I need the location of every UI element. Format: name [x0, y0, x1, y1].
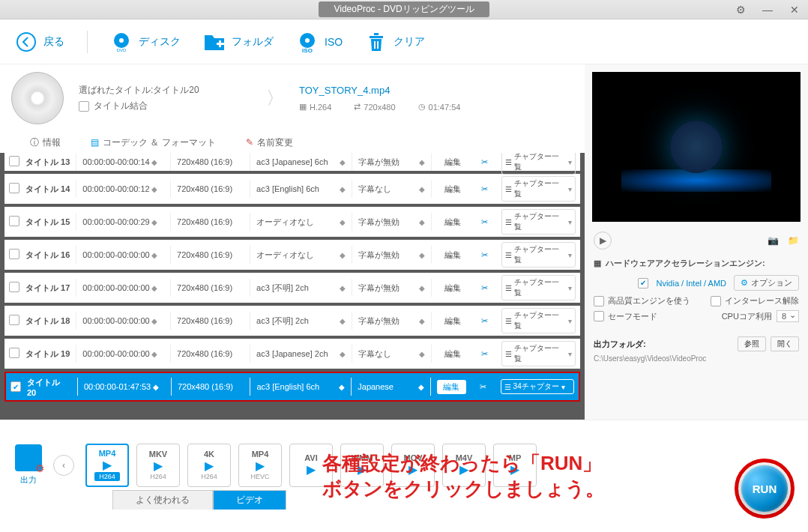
row-checkbox[interactable] — [9, 216, 19, 226]
row-checkbox[interactable] — [10, 381, 21, 392]
format-card[interactable]: MP4▶HEVC — [238, 444, 282, 487]
cpu-cores-select[interactable]: 8 — [777, 310, 799, 322]
scissors-icon[interactable]: ✂ — [473, 217, 495, 227]
scissors-icon[interactable]: ✂ — [473, 316, 495, 326]
safe-checkbox[interactable]: セーフモード — [594, 310, 657, 322]
open-button[interactable]: 開く — [771, 336, 799, 351]
scissors-icon[interactable]: ✂ — [473, 283, 495, 293]
row-audio-select[interactable]: ac3 [不明] 2ch◆ — [256, 315, 346, 327]
row-chapter-button[interactable]: ☰チャプター一覧▾ — [501, 209, 576, 235]
row-edit-button[interactable]: 編集 — [438, 157, 468, 168]
row-subtitle-select[interactable]: 字幕なし◆ — [358, 348, 425, 360]
format-card[interactable]: MP▶ — [493, 444, 537, 487]
output-settings-icon[interactable] — [15, 444, 42, 471]
row-edit-button[interactable]: 編集 — [438, 184, 468, 195]
tab-video[interactable]: ビデオ — [213, 490, 286, 510]
row-audio-select[interactable]: ac3 [English] 6ch◆ — [256, 382, 345, 391]
browse-button[interactable]: 参照 — [738, 336, 766, 351]
options-button[interactable]: ⚙オプション — [734, 275, 799, 291]
hq-checkbox[interactable]: 高品質エンジンを使う — [594, 295, 690, 306]
title-row[interactable]: タイトル 14 00:00:00-00:00:12 ◆ 720x480 (16:… — [4, 174, 580, 204]
row-chapter-button[interactable]: ☰34チャプター▾ — [501, 379, 574, 394]
run-button[interactable]: RUN — [735, 459, 795, 519]
scissors-icon[interactable]: ✂ — [473, 349, 495, 359]
format-card[interactable]: MOV▶ — [391, 444, 435, 487]
title-row[interactable]: タイトル 17 00:00:00-00:00:00 ◆ 720x480 (16:… — [4, 273, 580, 303]
tab-frequent[interactable]: よく使われる — [112, 490, 213, 510]
gpu-checkbox[interactable] — [638, 278, 648, 288]
play-button[interactable]: ▶ — [594, 232, 612, 250]
row-edit-button[interactable]: 編集 — [438, 348, 468, 360]
row-chapter-button[interactable]: ☰チャプター一覧▾ — [501, 176, 576, 202]
row-subtitle-select[interactable]: 字幕が無効◆ — [358, 315, 425, 327]
row-checkbox[interactable] — [9, 282, 19, 292]
format-card[interactable]: AVI▶ — [289, 444, 333, 487]
row-edit-button[interactable]: 編集 — [437, 380, 466, 394]
row-subtitle-select[interactable]: Japanese◆ — [358, 382, 423, 391]
title-row[interactable]: タイトル 13 00:00:00-00:00:14 ◆ 720x480 (16:… — [4, 153, 580, 171]
row-edit-button[interactable]: 編集 — [438, 250, 468, 261]
row-subtitle-select[interactable]: 字幕が無効◆ — [358, 157, 425, 168]
svg-text:DVD: DVD — [117, 48, 127, 52]
disk-button[interactable]: DVD ディスク — [110, 31, 181, 53]
row-subtitle-select[interactable]: 字幕が無効◆ — [358, 282, 425, 294]
row-audio-select[interactable]: オーディオなし◆ — [256, 217, 346, 228]
tab-codec[interactable]: ▤コーデック ＆ フォーマット — [91, 136, 216, 149]
open-folder-icon[interactable]: 📁 — [788, 235, 799, 246]
deint-checkbox[interactable]: インターレース解除 — [711, 295, 799, 306]
format-card[interactable]: MP4▶H264 — [85, 444, 129, 487]
row-chapter-button[interactable]: ☰チャプター一覧▾ — [501, 153, 576, 175]
format-card[interactable]: M4V▶ — [442, 444, 486, 487]
row-checkbox[interactable] — [9, 249, 19, 259]
row-checkbox[interactable] — [9, 183, 19, 193]
row-edit-button[interactable]: 編集 — [438, 315, 468, 327]
format-prev-button[interactable]: ‹ — [53, 455, 74, 476]
snapshot-icon[interactable]: 📷 — [768, 235, 779, 246]
row-chapter-button[interactable]: ☰チャプター一覧▾ — [501, 341, 576, 366]
row-subtitle-select[interactable]: 字幕が無効◆ — [358, 217, 425, 228]
back-button[interactable]: 戻る — [15, 31, 64, 53]
row-chapter-button[interactable]: ☰チャプター一覧▾ — [501, 275, 576, 300]
title-row[interactable]: タイトル 19 00:00:00-00:00:00 ◆ 720x480 (16:… — [4, 339, 580, 369]
row-subtitle-select[interactable]: 字幕が無効◆ — [358, 250, 425, 261]
arrow-icon: 〉 — [266, 86, 284, 110]
row-checkbox[interactable] — [9, 315, 19, 325]
settings-icon[interactable]: ⚙ — [733, 2, 748, 17]
row-audio-select[interactable]: ac3 [Japanese] 2ch◆ — [256, 349, 346, 358]
row-audio-select[interactable]: ac3 [English] 6ch◆ — [256, 184, 346, 193]
row-checkbox[interactable] — [9, 156, 19, 166]
format-card[interactable]: 4K▶H264 — [187, 444, 231, 487]
row-audio-select[interactable]: オーディオなし◆ — [256, 250, 346, 261]
merge-checkbox[interactable] — [79, 101, 89, 112]
clear-button[interactable]: クリア — [365, 31, 425, 53]
row-checkbox[interactable] — [9, 348, 19, 358]
title-list[interactable]: タイトル 13 00:00:00-00:00:14 ◆ 720x480 (16:… — [0, 153, 585, 420]
format-card[interactable]: WMM▶ — [340, 444, 384, 487]
format-card[interactable]: MKV▶H264 — [136, 444, 180, 487]
scissors-icon[interactable]: ✂ — [473, 250, 495, 260]
tab-rename[interactable]: ✎名前変更 — [246, 136, 293, 149]
row-audio-select[interactable]: ac3 [Japanese] 6ch◆ — [256, 157, 346, 166]
tab-info[interactable]: ⓘ情報 — [30, 136, 61, 149]
row-chapter-button[interactable]: ☰チャプター一覧▾ — [501, 308, 576, 333]
scissors-icon[interactable]: ✂ — [472, 382, 494, 392]
scissors-icon[interactable]: ✂ — [473, 157, 495, 167]
title-row[interactable]: タイトル 18 00:00:00-00:00:00 ◆ 720x480 (16:… — [4, 306, 580, 336]
title-row[interactable]: タイトル 15 00:00:00-00:00:29 ◆ 720x480 (16:… — [4, 207, 580, 237]
scissors-icon[interactable]: ✂ — [473, 184, 495, 194]
row-edit-button[interactable]: 編集 — [438, 282, 468, 294]
close-button[interactable]: ✕ — [787, 2, 802, 17]
title-row[interactable]: タイトル 16 00:00:00-00:00:00 ◆ 720x480 (16:… — [4, 240, 580, 270]
title-row[interactable]: タイトル 20 00:00:00-01:47:53 ◆ 720x480 (16:… — [4, 372, 580, 402]
row-edit-button[interactable]: 編集 — [438, 217, 468, 228]
info-icon: ⓘ — [30, 136, 39, 149]
row-subtitle-select[interactable]: 字幕なし◆ — [358, 184, 425, 195]
list-icon: ☰ — [505, 158, 512, 166]
iso-button[interactable]: ISO ISO — [296, 31, 343, 53]
folder-button[interactable]: フォルダ — [203, 31, 274, 53]
minimize-button[interactable]: — — [760, 2, 775, 17]
row-chapter-button[interactable]: ☰チャプター一覧▾ — [501, 242, 576, 267]
output-filename: TOY_STORY_4.mp4 — [299, 85, 573, 96]
row-resolution: 720x480 (16:9) — [177, 217, 244, 226]
row-audio-select[interactable]: ac3 [不明] 2ch◆ — [256, 282, 346, 294]
